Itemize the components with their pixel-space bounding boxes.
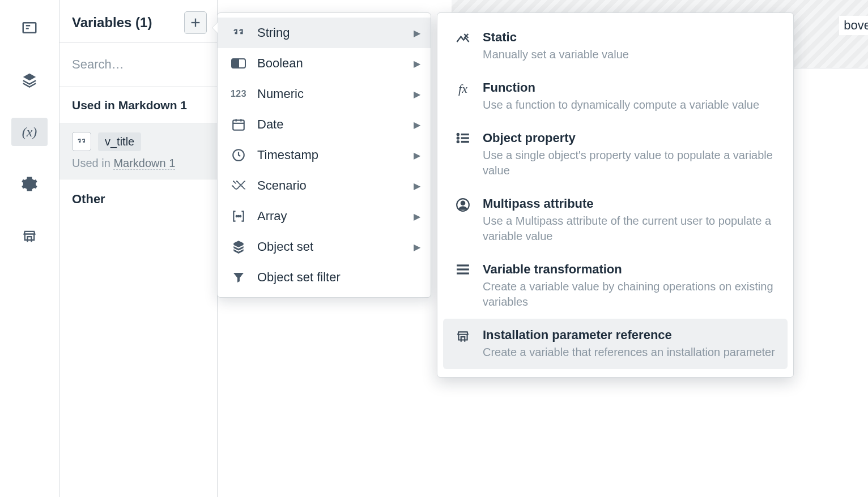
submenu-title: Installation parameter reference (483, 328, 775, 342)
svg-rect-27 (457, 268, 469, 270)
add-variable-button[interactable] (184, 11, 207, 34)
static-icon (453, 30, 473, 62)
svg-rect-21 (461, 137, 469, 139)
svg-point-22 (457, 140, 459, 143)
type-label: Scenario (257, 178, 307, 193)
type-item-numeric[interactable]: 123Numeric▶ (218, 79, 431, 109)
string-type-icon (72, 132, 91, 151)
chevron-right-icon: ▶ (414, 211, 420, 222)
variable-type-menu: String▶Boolean▶123Numeric▶Date▶Timestamp… (217, 12, 431, 298)
svg-point-15 (236, 216, 237, 217)
objectset-icon (230, 239, 247, 254)
timestamp-icon (230, 148, 247, 162)
submenu-title: Multipass attribute (483, 196, 777, 211)
submenu-title: Static (483, 30, 629, 45)
rail-variables-icon[interactable]: (x) (11, 118, 48, 146)
svg-rect-7 (233, 120, 244, 130)
svg-rect-28 (457, 272, 469, 274)
left-rail: (x) (0, 0, 59, 497)
type-label: Array (257, 209, 287, 224)
type-item-timestamp[interactable]: Timestamp▶ (218, 140, 431, 170)
type-label: Numeric (257, 87, 304, 101)
type-label: Object set (257, 239, 313, 254)
type-item-scenario[interactable]: Scenario▶ (218, 170, 431, 201)
objprop-icon (453, 131, 473, 178)
submenu-description: Use a Multipass attribute of the current… (483, 213, 777, 244)
scenario-icon (230, 179, 247, 192)
variable-row[interactable]: v_title Used in Markdown 1 (59, 124, 217, 179)
filter-icon (230, 271, 247, 284)
submenu-description: Create a variable value by chaining oper… (483, 279, 777, 310)
marketplace-button[interactable] (848, 68, 868, 91)
multipass-icon (453, 196, 473, 244)
svg-rect-19 (461, 134, 469, 135)
svg-rect-0 (23, 23, 36, 33)
type-label: Object set filter (257, 270, 341, 285)
array-icon (230, 209, 247, 224)
panel-title: Variables (1) (72, 15, 152, 31)
used-in-link[interactable]: Markdown 1 (113, 157, 175, 170)
submenu-title: Function (483, 80, 759, 95)
svg-point-17 (240, 216, 241, 217)
variable-usage: Used in Markdown 1 (72, 157, 205, 170)
svg-point-25 (461, 202, 465, 205)
panel-header: Variables (1) (59, 0, 217, 42)
chevron-right-icon: ▶ (414, 119, 420, 130)
submenu-item-installation-parameter-reference[interactable]: Installation parameter referenceCreate a… (443, 319, 788, 369)
section-used-in: Used in Markdown 1 (59, 87, 217, 124)
type-item-object-set[interactable]: Object set▶ (218, 232, 431, 262)
type-item-array[interactable]: Array▶ (218, 201, 431, 232)
svg-point-20 (457, 136, 459, 139)
install-icon (453, 328, 473, 360)
submenu-item-function[interactable]: fxFunctionUse a function to dynamically … (443, 71, 788, 122)
type-item-date[interactable]: Date▶ (218, 109, 431, 140)
variables-panel: Variables (1) Used in Markdown 1 v_title… (59, 0, 218, 497)
submenu-title: Variable transformation (483, 262, 777, 277)
rail-document-icon[interactable] (11, 14, 48, 42)
rail-marketplace-icon[interactable] (11, 222, 48, 250)
type-label: Date (257, 117, 283, 132)
submenu-item-static[interactable]: StaticManually set a variable value (443, 21, 788, 71)
type-label: Timestamp (257, 148, 318, 162)
chevron-right-icon: ▶ (414, 28, 420, 38)
chevron-right-icon: ▶ (414, 150, 420, 161)
svg-point-16 (238, 216, 239, 217)
chevron-right-icon: ▶ (414, 242, 420, 252)
transform-icon (453, 262, 473, 310)
submenu-item-multipass-attribute[interactable]: Multipass attributeUse a Multipass attri… (443, 187, 788, 253)
submenu-description: Use a single object's property value to … (483, 148, 777, 178)
submenu-item-variable-transformation[interactable]: Variable transformationCreate a variable… (443, 253, 788, 319)
section-other: Other (59, 179, 217, 219)
truncated-text: bove (839, 16, 868, 35)
svg-rect-23 (461, 141, 469, 143)
date-icon (230, 117, 247, 132)
type-label: Boolean (257, 56, 303, 71)
type-item-string[interactable]: String▶ (218, 18, 431, 48)
submenu-item-object-property[interactable]: Object propertyUse a single object's pro… (443, 122, 788, 187)
chevron-right-icon: ▶ (414, 89, 420, 100)
search-row (59, 42, 217, 87)
rail-layers-icon[interactable] (11, 66, 48, 94)
chevron-right-icon: ▶ (414, 181, 420, 191)
quotes-icon (230, 25, 247, 40)
submenu-description: Manually set a variable value (483, 47, 629, 62)
variable-name-badge: v_title (98, 132, 141, 151)
search-input[interactable] (72, 42, 205, 87)
submenu-description: Create a variable that references an ins… (483, 345, 775, 360)
string-type-submenu: StaticManually set a variable valuefxFun… (437, 12, 794, 378)
function-icon: fx (453, 80, 473, 113)
rail-settings-icon[interactable] (11, 170, 48, 198)
svg-point-18 (457, 133, 459, 136)
type-label: String (257, 25, 290, 40)
type-item-object-set-filter[interactable]: Object set filter (218, 262, 431, 293)
submenu-description: Use a function to dynamically compute a … (483, 97, 759, 113)
numeric-icon: 123 (230, 89, 247, 99)
boolean-icon (230, 58, 247, 68)
svg-rect-26 (457, 264, 469, 266)
submenu-title: Object property (483, 131, 777, 145)
type-item-boolean[interactable]: Boolean▶ (218, 48, 431, 79)
chevron-right-icon: ▶ (414, 58, 420, 69)
svg-rect-6 (233, 60, 239, 67)
